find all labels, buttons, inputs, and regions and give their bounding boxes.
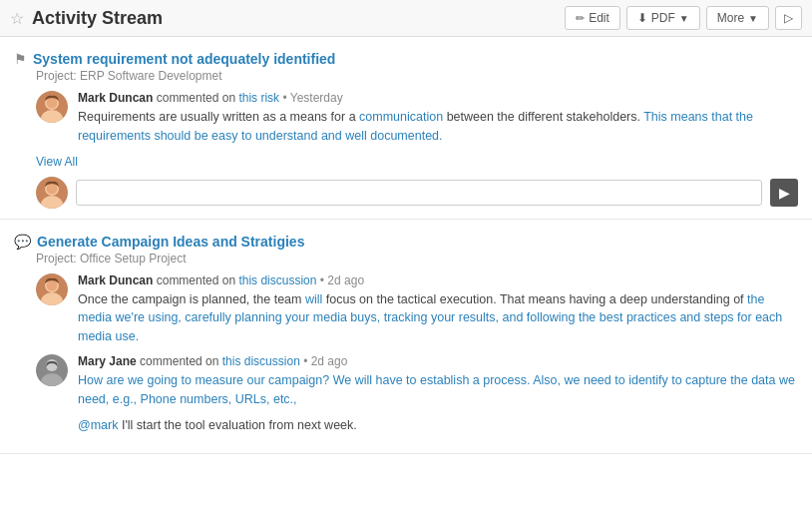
comment-block: Mark Duncan commented on this risk • Yes…	[36, 91, 798, 146]
communication-link[interactable]: communication	[359, 110, 443, 124]
avatar	[36, 91, 68, 123]
comment-action: commented on	[157, 91, 239, 105]
comment-author: Mark Duncan	[78, 91, 153, 105]
header-actions: ✏ Edit ⬇ PDF ▼ More ▼ ▷	[565, 6, 802, 30]
comment-meta: Mark Duncan commented on this discussion…	[78, 273, 798, 287]
activity-item: 💬 Generate Campaign Ideas and Stratigies…	[0, 220, 812, 455]
activity-item: ⚑ System requirement not adequately iden…	[0, 37, 812, 220]
comment-meta: Mark Duncan commented on this risk • Yes…	[78, 91, 798, 105]
activity-title-link[interactable]: System requirement not adequately identi…	[33, 51, 335, 67]
comment-link[interactable]: this discussion	[238, 273, 316, 287]
comment-time: • 2d ago	[303, 354, 347, 368]
activity-title-link[interactable]: Generate Campaign Ideas and Stratigies	[37, 234, 304, 250]
activity-title-row: ⚑ System requirement not adequately iden…	[14, 51, 798, 67]
comment-text: Once the campaign is planned, the team w…	[78, 290, 798, 346]
svg-point-11	[47, 279, 58, 290]
reply-avatar	[36, 177, 68, 209]
pdf-download-icon: ⬇	[637, 11, 647, 25]
reply-input[interactable]	[76, 180, 762, 206]
page-title: Activity Stream	[32, 8, 163, 29]
activity-title-row: 💬 Generate Campaign Ideas and Stratigies	[14, 234, 798, 250]
comment-time: • 2d ago	[320, 273, 364, 287]
pdf-dropdown-icon: ▼	[679, 13, 689, 24]
view-all-link[interactable]: View All	[36, 155, 78, 169]
comment-content: Mark Duncan commented on this risk • Yes…	[78, 91, 798, 146]
svg-point-3	[47, 98, 58, 109]
activity-project: Project: ERP Software Developmet	[36, 69, 798, 83]
comment-author: Mary Jane	[78, 354, 137, 368]
comment-action: commented on	[140, 354, 222, 368]
comment-link[interactable]: this discussion	[222, 354, 300, 368]
comment-meta: Mary Jane commented on this discussion •…	[78, 354, 798, 368]
send-icon: ▶	[779, 185, 790, 201]
comment-time: • Yesterday	[282, 91, 342, 105]
star-icon[interactable]: ☆	[10, 9, 24, 28]
header-left: ☆ Activity Stream	[10, 8, 163, 29]
edit-label: Edit	[589, 11, 609, 25]
comment-text-blue: How are we going to measure our campaign…	[78, 373, 795, 406]
more-label: More	[717, 11, 744, 25]
edit-icon: ✏	[576, 12, 585, 25]
comment-text-blue: the media we're using, carefully plannin…	[78, 292, 782, 344]
page-header: ☆ Activity Stream ✏ Edit ⬇ PDF ▼ More ▼ …	[0, 0, 812, 37]
collapse-icon: ▷	[784, 11, 793, 25]
mention-mark: @mark	[78, 418, 118, 432]
pdf-label: PDF	[651, 11, 675, 25]
will-link[interactable]: will	[305, 292, 322, 306]
collapse-button[interactable]: ▷	[775, 6, 802, 30]
svg-point-7	[47, 183, 58, 194]
comment-content: Mary Jane commented on this discussion •…	[78, 354, 798, 435]
comment-action: commented on	[157, 273, 239, 287]
view-all-row: View All	[36, 154, 798, 169]
comment-block: Mary Jane commented on this discussion •…	[36, 354, 798, 435]
comment-author: Mark Duncan	[78, 273, 153, 287]
flag-icon: ⚑	[14, 51, 27, 67]
activity-project: Project: Office Setup Project	[36, 252, 798, 266]
comment-text: Requirements are usually written as a me…	[78, 108, 798, 146]
avatar	[36, 354, 68, 386]
reply-row: ▶	[36, 177, 798, 209]
comment-text: How are we going to measure our campaign…	[78, 371, 798, 409]
reply-submit-button[interactable]: ▶	[770, 179, 798, 207]
comment-link[interactable]: this risk	[238, 91, 279, 105]
more-button[interactable]: More ▼	[706, 6, 769, 30]
more-dropdown-icon: ▼	[748, 13, 758, 24]
activity-stream-content: ⚑ System requirement not adequately iden…	[0, 37, 812, 454]
comment-block: Mark Duncan commented on this discussion…	[36, 273, 798, 346]
comment-content: Mark Duncan commented on this discussion…	[78, 273, 798, 346]
chat-icon: 💬	[14, 234, 31, 250]
avatar	[36, 273, 68, 305]
pdf-button[interactable]: ⬇ PDF ▼	[626, 6, 700, 30]
svg-point-13	[46, 359, 58, 371]
edit-button[interactable]: ✏ Edit	[565, 6, 620, 30]
comment-extra-text: @mark I'll start the tool evaluation fro…	[78, 416, 798, 435]
